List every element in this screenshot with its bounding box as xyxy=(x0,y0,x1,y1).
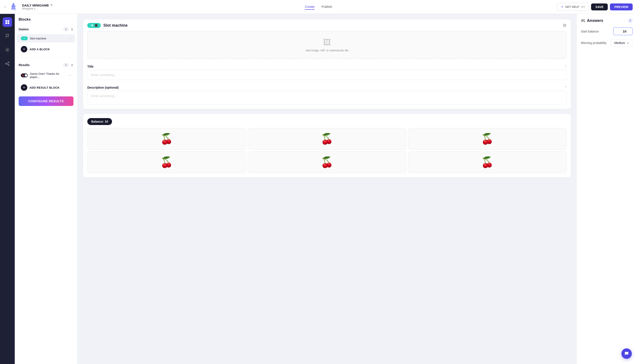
right-panel-title-text: Answers xyxy=(587,18,603,23)
start-balance-group: Start balance xyxy=(581,27,633,35)
slot-preview-area: Balance: 10 🍒 🍒 🍒 🍒 🍒 🍒 xyxy=(83,114,571,178)
slot-machine-icon xyxy=(21,36,28,40)
svg-rect-4 xyxy=(8,20,9,22)
edit-icon[interactable]: ✎ xyxy=(50,4,53,7)
slot-cell-2: 🍒 xyxy=(248,128,406,150)
description-input[interactable]: Write something ... xyxy=(87,91,566,105)
games-collapse-icon[interactable]: ∧ xyxy=(71,27,74,32)
block-card-header: ⬛ Slot machine ⚙ xyxy=(83,19,571,31)
games-section-title: Games xyxy=(19,28,29,31)
results-count: 1 xyxy=(63,63,69,67)
slot-machine-card: ⬛ Slot machine ⚙ 🖼 Add image, GIF, or vi… xyxy=(83,19,571,109)
sparkle-icon: ✦ xyxy=(561,5,564,9)
add-result-label: ADD RESULT BLOCK xyxy=(30,86,60,89)
nav-tabs: Create Publish xyxy=(305,4,332,10)
gameover-label: Game Over! Thanks for playin... xyxy=(30,72,66,79)
block-settings-icon[interactable]: ⚙ xyxy=(563,23,566,28)
description-field-row: Description (optional) ? xyxy=(83,84,571,91)
title-input[interactable]: Write something ... xyxy=(87,70,566,80)
sidebar: Blocks Games 1 ∧ Slot machine ··· + ADD … xyxy=(15,14,78,364)
gameover-toggle-icon: 🔖 xyxy=(21,74,28,77)
results-section-title: Results xyxy=(19,63,30,67)
games-count: 1 xyxy=(63,27,69,31)
media-upload-area[interactable]: 🖼 Add image, GIF, or video/audio file xyxy=(87,31,566,59)
slot-cell-5: 🍒 xyxy=(248,152,406,173)
logo xyxy=(8,2,19,12)
winning-probability-group: Winning probability Medium ∨ xyxy=(581,39,633,46)
add-block-label: ADD A BLOCK xyxy=(30,48,50,51)
sidebar-title: Blocks xyxy=(15,14,77,24)
slot-cell-1: 🍒 xyxy=(87,128,246,150)
block-type-badge: ⬛ xyxy=(87,23,101,28)
icon-bar-blocks[interactable] xyxy=(2,17,12,27)
back-button[interactable]: ‹ xyxy=(4,4,6,9)
icon-bar-flag[interactable] xyxy=(2,31,12,41)
slot-machine-label: Slot machine xyxy=(30,37,66,40)
chevron-left-icon: ‹ xyxy=(4,4,6,9)
description-help-icon[interactable]: ? xyxy=(565,86,566,90)
preview-button[interactable]: PREVIEW xyxy=(610,4,633,10)
get-help-button[interactable]: ✦ GET HELP ⌘K xyxy=(557,3,589,11)
start-balance-label: Start balance xyxy=(581,30,599,33)
block-name: Slot machine xyxy=(103,23,128,28)
image-icon: 🖼 xyxy=(323,38,331,47)
media-upload-label: Add image, GIF, or video/audio file xyxy=(306,49,348,52)
description-label: Description (optional) xyxy=(87,86,119,89)
winning-probability-label: Winning probability xyxy=(581,41,606,45)
title-area: DAILY MINIGAME ✎ Minigame ℹ xyxy=(22,4,53,10)
chat-bubble-button[interactable] xyxy=(622,348,632,359)
svg-rect-14 xyxy=(92,24,93,26)
block-title-area: ⬛ Slot machine xyxy=(87,23,128,28)
panel-info-button[interactable]: i xyxy=(628,18,633,23)
slot-preview-card: Balance: 10 🍒 🍒 🍒 🍒 🍒 🍒 xyxy=(83,114,571,178)
slot-cell-6: 🍒 xyxy=(408,152,566,173)
slot-grid: 🍒 🍒 🍒 🍒 🍒 🍒 xyxy=(87,128,566,173)
svg-point-8 xyxy=(8,62,9,63)
games-section-header: Games 1 ∧ xyxy=(15,24,77,34)
main-content: ⬛ Slot machine ⚙ 🖼 Add image, GIF, or vi… xyxy=(78,14,576,364)
sidebar-item-slot-machine[interactable]: Slot machine ··· xyxy=(17,34,75,42)
right-panel-title: Answers xyxy=(581,18,603,23)
add-result-icon: + xyxy=(21,84,27,91)
add-block-icon: + xyxy=(21,46,27,52)
title-field-row: Title ? xyxy=(83,62,571,70)
balance-badge: Balance: 10 xyxy=(87,118,112,125)
add-result-button[interactable]: + ADD RESULT BLOCK xyxy=(17,82,75,93)
add-block-button[interactable]: + ADD A BLOCK xyxy=(17,44,75,54)
navbar: ‹ DAILY MINIGAME ✎ Minigame ℹ Create Pub… xyxy=(0,0,637,14)
sidebar-item-gameover[interactable]: 🔖 Game Over! Thanks for playin... ··· xyxy=(17,70,75,81)
sidebar-divider xyxy=(15,57,77,58)
svg-rect-6 xyxy=(8,22,9,24)
gameover-more[interactable]: ··· xyxy=(68,74,71,77)
svg-rect-12 xyxy=(24,38,25,39)
tab-create[interactable]: Create xyxy=(305,4,314,10)
results-section-header: Results 1 ∧ xyxy=(15,59,77,70)
title-label: Title xyxy=(87,65,94,68)
results-collapse-icon[interactable]: ∧ xyxy=(71,62,74,68)
save-button[interactable]: SAVE xyxy=(591,4,608,10)
title-help-icon[interactable]: ? xyxy=(565,64,566,68)
svg-point-7 xyxy=(7,49,8,50)
svg-point-9 xyxy=(6,63,7,64)
configure-results-button[interactable]: CONFIGURE RESULTS xyxy=(19,96,74,106)
svg-point-10 xyxy=(8,64,9,66)
main-layout: Blocks Games 1 ∧ Slot machine ··· + ADD … xyxy=(0,14,637,364)
winning-probability-select[interactable]: Medium ∨ xyxy=(610,39,633,46)
info-icon[interactable]: ℹ xyxy=(34,7,35,10)
chevron-down-icon: ∨ xyxy=(627,41,629,45)
start-balance-input[interactable] xyxy=(613,27,633,35)
svg-rect-3 xyxy=(6,20,7,22)
nav-actions: ✦ GET HELP ⌘K SAVE PREVIEW xyxy=(557,3,633,11)
icon-bar xyxy=(0,14,15,364)
right-panel-header: Answers i xyxy=(581,18,633,23)
tab-publish[interactable]: Publish xyxy=(322,4,332,10)
svg-rect-5 xyxy=(6,22,7,24)
slot-cell-4: 🍒 xyxy=(87,152,246,173)
icon-bar-share[interactable] xyxy=(2,59,12,68)
right-panel: Answers i Start balance Winning probabil… xyxy=(576,14,637,364)
app-title: DAILY MINIGAME ✎ xyxy=(22,4,53,7)
slot-machine-more[interactable]: ··· xyxy=(68,36,71,40)
svg-point-18 xyxy=(584,21,585,22)
icon-bar-settings[interactable] xyxy=(2,45,12,54)
app-subtitle: Minigame ℹ xyxy=(22,7,53,10)
